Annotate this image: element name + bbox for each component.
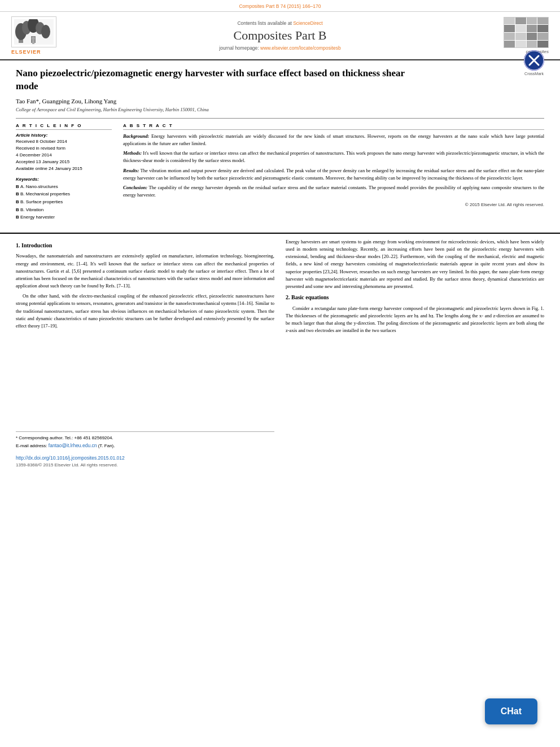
- crossmark-badge: [524, 50, 544, 71]
- section1-para-2: On the other hand, with the electro-mech…: [16, 292, 274, 330]
- keywords-list: A. Nano-structures B. Mechanical propert…: [16, 183, 112, 221]
- section1-title: 1. Introduction: [16, 241, 274, 250]
- svg-point-6: [41, 25, 50, 38]
- crossmark-badge-area: CrossMark: [524, 50, 544, 76]
- journal-header-center: Contents lists available at ScienceDirec…: [62, 20, 498, 51]
- sciencedirect-link: Contents lists available at ScienceDirec…: [62, 20, 498, 26]
- article-info-abstract: A R T I C L E I N F O Article history: R…: [16, 123, 544, 221]
- journal-title-heading: Composites Part B: [62, 28, 498, 43]
- keyword-3: B. Surface properties: [16, 198, 112, 206]
- authors: Tao Fan*, Guangping Zou, Lihong Yang: [16, 98, 544, 104]
- composites-journal-img: [504, 17, 548, 48]
- article-history-label: Article history:: [16, 133, 112, 138]
- journal-homepage: journal homepage: www.elsevier.com/locat…: [62, 45, 498, 51]
- composites-logo-box: [504, 17, 549, 48]
- keyword-5: Energy harvester: [16, 213, 112, 221]
- keyword-1: A. Nano-structures: [16, 183, 112, 191]
- title-area: CrossMark Nano piezoelectric/piezomagnet…: [16, 67, 544, 93]
- journal-top-bar: Composites Part B 74 (2015) 166–170: [0, 0, 560, 12]
- journal-header: ELSEVIER Contents lists available at Sci…: [0, 12, 560, 60]
- abstract-background: Background: Energy harvesters with piezo…: [123, 133, 544, 147]
- footnote-corresponding: * Corresponding author. Tel.: +86 451 82…: [16, 435, 274, 442]
- article-info-col: A R T I C L E I N F O Article history: R…: [16, 123, 112, 221]
- elsevier-text: ELSEVIER: [11, 49, 41, 55]
- page: Composites Part B 74 (2015) 166–170: [0, 0, 560, 747]
- article-title: Nano piezoelectric/piezomagnetic energy …: [16, 67, 422, 93]
- section1-right-para-1: Energy harvesters are smart systems to g…: [286, 238, 544, 290]
- doi-link[interactable]: http://dx.doi.org/10.1016/j.jcomposites.…: [16, 455, 125, 461]
- keywords-label: Keywords:: [16, 177, 112, 182]
- section1-para-1: Nowadays, the nanomaterials and nanostru…: [16, 252, 274, 290]
- elsevier-logo-img: [11, 16, 56, 47]
- svg-point-8: [32, 37, 35, 40]
- keyword-2: B. Mechanical properties: [16, 190, 112, 198]
- chat-button[interactable]: CHat: [485, 698, 537, 724]
- elsevier-tree-svg: [14, 19, 54, 45]
- abstract-col: A B S T R A C T Background: Energy harve…: [123, 123, 544, 221]
- article-date-1: Received 8 October 2014 Received in revi…: [16, 138, 112, 172]
- abstract-heading: A B S T R A C T: [123, 123, 544, 130]
- body-divider: [0, 233, 560, 234]
- body-two-col: 1. Introduction Nowadays, the nanomateri…: [0, 238, 560, 469]
- crossmark-label: CrossMark: [524, 72, 544, 76]
- abstract-background-label: Background:: [123, 133, 149, 139]
- svg-rect-9: [32, 40, 34, 44]
- journal-ref: Composites Part B 74 (2015) 166–170: [239, 3, 321, 9]
- abstract-conclusion: Conclusion: The capability of the energy…: [123, 184, 544, 199]
- abstract-text: Background: Energy harvesters with piezo…: [123, 133, 544, 199]
- article-divider: [16, 118, 544, 119]
- article-content: CrossMark Nano piezoelectric/piezomagnet…: [0, 60, 560, 227]
- abstract-methods-label: Methods:: [123, 150, 142, 156]
- footnote-email-link[interactable]: fantao@it.lrheu.edu.cn: [49, 443, 97, 448]
- section2-title: 2. Basic equations: [286, 293, 544, 302]
- keyword-4: B. Vibration: [16, 206, 112, 214]
- doi-line: http://dx.doi.org/10.1016/j.jcomposites.…: [16, 455, 274, 462]
- issn-line: 1359-8368/© 2015 Elsevier Ltd. All right…: [16, 462, 274, 469]
- body-col-left: 1. Introduction Nowadays, the nanomateri…: [16, 238, 274, 469]
- elsevier-logo: ELSEVIER: [11, 16, 62, 55]
- body-col-right: Energy harvesters are smart systems to g…: [286, 238, 544, 469]
- affiliation: College of Aerospace and Civil Engineeri…: [16, 107, 544, 112]
- footnote-area: * Corresponding author. Tel.: +86 451 82…: [16, 431, 274, 469]
- journal-homepage-link[interactable]: www.elsevier.com/locate/compositesb: [260, 45, 341, 51]
- crossmark-icon: [524, 50, 544, 71]
- abstract-results-label: Results:: [123, 168, 139, 173]
- copyright-line: © 2015 Elsevier Ltd. All rights reserved…: [123, 202, 544, 207]
- sciencedirect-anchor[interactable]: ScienceDirect: [293, 20, 322, 26]
- abstract-conclusion-label: Conclusion:: [123, 185, 147, 190]
- abstract-results: Results: The vibration motion and output…: [123, 167, 544, 182]
- footnote-email: E-mail address: fantao@it.lrheu.edu.cn (…: [16, 442, 274, 450]
- section2-para-1: Consider a rectangular nano plate-form e…: [286, 305, 544, 335]
- abstract-methods: Methods: It's well known that the surfac…: [123, 150, 544, 164]
- composites-logo: composites: [498, 17, 549, 54]
- article-info-heading: A R T I C L E I N F O: [16, 123, 112, 130]
